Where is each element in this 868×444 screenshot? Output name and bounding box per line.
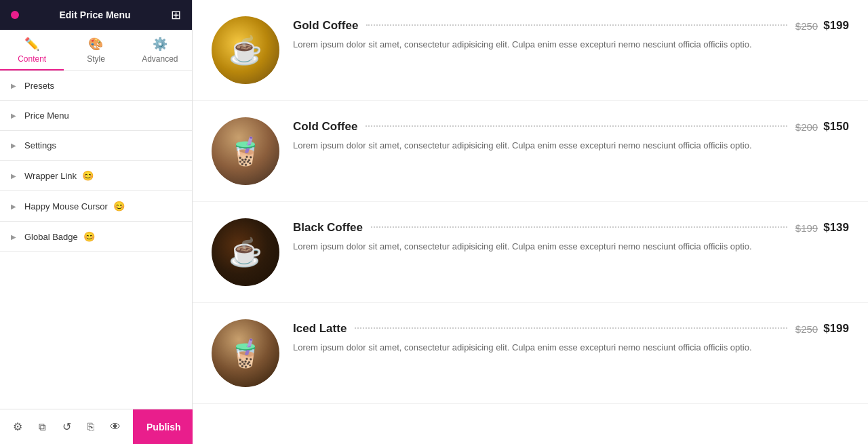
menu-item-cold-coffee: 🧋 Cold Coffee $200 $150 Lorem ipsum dolo… [193, 101, 868, 202]
sidebar-title: Edit Price Menu [59, 9, 130, 20]
gold-coffee-new-price: $199 [823, 19, 849, 33]
black-coffee-desc: Lorem ipsum dolor sit amet, consectetur … [293, 240, 849, 254]
sidebar-header: Edit Price Menu ⊞ [0, 0, 192, 30]
sidebar-item-global-badge[interactable]: ▶ Global Badge 😊 [0, 222, 192, 252]
sidebar-item-label: Presets [24, 81, 54, 91]
sidebar: Edit Price Menu ⊞ ✏️ Content 🎨 Style ⚙️ … [0, 0, 193, 444]
preview-icon: 👁 [110, 421, 121, 433]
settings-icon-btn[interactable]: ⚙ [5, 415, 30, 439]
iced-latte-image: 🧋 [212, 319, 279, 387]
cold-coffee-header: Cold Coffee $200 $150 [293, 120, 849, 134]
menu-item-iced-latte: 🧋 Iced Latte $250 $199 Lorem ipsum dolor… [193, 303, 868, 404]
iced-latte-desc: Lorem ipsum dolor sit amet, consectetur … [293, 341, 849, 355]
menu-item-black-coffee: ☕ Black Coffee $199 $139 Lorem ipsum dol… [193, 202, 868, 303]
tab-advanced-label: Advanced [142, 54, 178, 64]
iced-latte-body: Iced Latte $250 $199 Lorem ipsum dolor s… [293, 319, 849, 355]
history-icon-btn[interactable]: ↺ [54, 415, 79, 439]
content-tab-icon: ✏️ [24, 37, 39, 52]
sidebar-item-label: Price Menu [24, 110, 69, 121]
publish-button[interactable]: Publish [133, 409, 195, 445]
layers-icon-btn[interactable]: ⧉ [30, 415, 54, 439]
sidebar-footer: ⚙ ⧉ ↺ ⎘ 👁 Publish ∧ [0, 409, 192, 444]
black-coffee-old-price: $199 [795, 222, 818, 234]
menu-item-gold-coffee: ☕ Gold Coffee $250 $199 Lorem ipsum dolo… [193, 0, 868, 101]
iced-latte-new-price: $199 [823, 322, 849, 336]
chevron-icon: ▶ [11, 172, 16, 180]
preview-icon-btn[interactable]: 👁 [103, 415, 127, 439]
chevron-icon: ▶ [11, 112, 16, 119]
cold-coffee-new-price: $150 [823, 120, 849, 134]
copy-icon: ⎘ [87, 421, 94, 433]
brand-dot [11, 11, 19, 19]
tab-advanced[interactable]: ⚙️ Advanced [128, 30, 192, 70]
iced-latte-header: Iced Latte $250 $199 [293, 322, 849, 336]
black-coffee-new-price: $139 [823, 221, 849, 235]
dotted-divider [366, 24, 787, 26]
black-coffee-body: Black Coffee $199 $139 Lorem ipsum dolor… [293, 218, 849, 254]
copy-icon-btn[interactable]: ⎘ [79, 415, 103, 439]
tab-style-label: Style [87, 54, 105, 64]
cold-coffee-desc: Lorem ipsum dolor sit amet, consectetur … [293, 139, 849, 153]
global-badge-emoji: 😊 [83, 231, 95, 242]
cold-coffee-old-price: $200 [795, 121, 818, 133]
gold-coffee-name: Gold Coffee [293, 19, 358, 33]
chevron-icon: ▶ [11, 142, 16, 149]
gold-coffee-old-price: $250 [795, 20, 818, 32]
sidebar-item-label: Settings [24, 140, 56, 150]
gold-coffee-body: Gold Coffee $250 $199 Lorem ipsum dolor … [293, 16, 849, 52]
sidebar-item-price-menu[interactable]: ▶ Price Menu [0, 101, 192, 131]
gold-coffee-header: Gold Coffee $250 $199 [293, 19, 849, 33]
settings-icon: ⚙ [13, 420, 22, 433]
dotted-divider [366, 125, 787, 127]
black-coffee-name: Black Coffee [293, 221, 363, 235]
dotted-divider [371, 226, 787, 228]
advanced-tab-icon: ⚙️ [153, 37, 167, 52]
sidebar-item-presets[interactable]: ▶ Presets [0, 71, 192, 101]
chevron-icon: ▶ [11, 82, 16, 89]
sidebar-item-label: Wrapper Link [24, 171, 77, 181]
sidebar-item-happy-mouse-cursor[interactable]: ▶ Happy Mouse Cursor 😊 1 [0, 191, 192, 222]
tab-content[interactable]: ✏️ Content [0, 30, 64, 70]
black-coffee-image: ☕ [212, 218, 279, 286]
gold-coffee-desc: Lorem ipsum dolor sit amet, consectetur … [293, 38, 849, 52]
sidebar-item-settings[interactable]: ▶ Settings [0, 131, 192, 161]
sidebar-content: ▶ Presets ▶ Price Menu ▶ Settings ▶ Wrap… [0, 71, 192, 409]
main-content: ☕ Gold Coffee $250 $199 Lorem ipsum dolo… [193, 0, 868, 444]
tab-content-label: Content [18, 54, 46, 64]
iced-latte-old-price: $250 [795, 323, 818, 335]
happy-mouse-emoji: 😊 [113, 201, 125, 211]
history-icon: ↺ [62, 420, 71, 433]
black-coffee-header: Black Coffee $199 $139 [293, 221, 849, 235]
dotted-divider [355, 327, 787, 329]
cold-coffee-name: Cold Coffee [293, 120, 357, 134]
tab-style[interactable]: 🎨 Style [64, 30, 127, 70]
iced-latte-name: Iced Latte [293, 322, 347, 336]
cold-coffee-body: Cold Coffee $200 $150 Lorem ipsum dolor … [293, 117, 849, 153]
wrapper-link-emoji: 😊 [82, 170, 94, 181]
sidebar-item-wrapper-link[interactable]: ▶ Wrapper Link 😊 [0, 161, 192, 191]
cold-coffee-image: 🧋 [212, 117, 279, 185]
style-tab-icon: 🎨 [88, 37, 103, 52]
chevron-icon: ▶ [11, 233, 16, 241]
chevron-icon: ▶ [11, 203, 16, 210]
layers-icon: ⧉ [39, 421, 46, 433]
sidebar-item-label: Happy Mouse Cursor [24, 201, 108, 211]
sidebar-item-label: Global Badge [24, 232, 78, 242]
sidebar-tabs: ✏️ Content 🎨 Style ⚙️ Advanced [0, 30, 192, 71]
gold-coffee-image: ☕ [212, 16, 279, 84]
grid-icon[interactable]: ⊞ [171, 7, 181, 22]
footer-icons: ⚙ ⧉ ↺ ⎘ 👁 [0, 415, 133, 439]
